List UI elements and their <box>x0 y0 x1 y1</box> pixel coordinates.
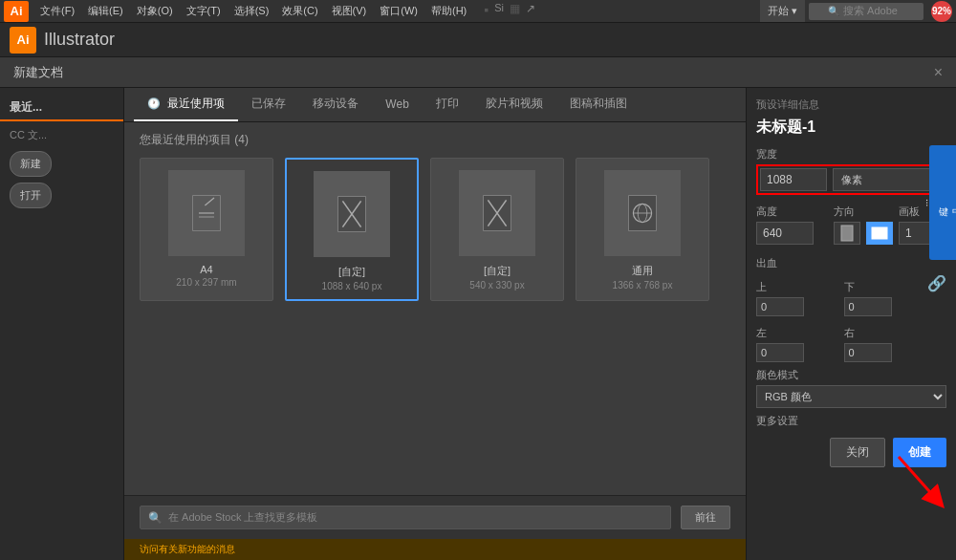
menu-window[interactable]: 窗口(W) <box>374 2 424 20</box>
card-name-custom1: [自定] <box>338 265 365 279</box>
width-input[interactable] <box>760 168 827 191</box>
tab-film[interactable]: 胶片和视频 <box>472 88 556 121</box>
orientation-row <box>834 222 893 245</box>
card-size-a4: 210 x 297 mm <box>176 277 236 288</box>
menu-bar: Ai 文件(F) 编辑(E) 对象(O) 文字(T) 选择(S) 效果(C) 视… <box>0 0 956 23</box>
svg-rect-14 <box>841 226 853 241</box>
tab-saved[interactable]: 已保存 <box>238 88 299 121</box>
tab-print[interactable]: 打印 <box>423 88 472 121</box>
sidebar-header: 最近... <box>0 96 123 121</box>
recent-title: 您最近使用的项目 (4) <box>140 132 730 148</box>
card-name-custom2: [自定] <box>484 264 511 278</box>
center-panel: 🕐 最近使用项 已保存 移动设备 Web 打印 胶片和视频 图稿和插图 <box>124 88 746 560</box>
bleed-grid: 上 下 左 <box>756 274 923 362</box>
card-size-general: 1366 x 768 px <box>613 280 673 291</box>
card-size-custom1: 1088 x 640 px <box>322 281 382 291</box>
menu-view[interactable]: 视图(V) <box>326 2 373 20</box>
start-button[interactable]: 开始 ▾ <box>760 0 805 22</box>
bleed-right-input[interactable] <box>844 343 892 362</box>
menu-items: 文件(F) 编辑(E) 对象(O) 文字(T) 选择(S) 效果(C) 视图(V… <box>34 2 535 20</box>
bleed-top: 上 <box>756 274 836 316</box>
cloud-icon: Si <box>494 2 504 20</box>
menu-object[interactable]: 对象(O) <box>131 2 179 20</box>
direction-label: 方向 <box>834 205 893 219</box>
search-placeholder: 在 Adobe Stock 上查找更多模板 <box>168 510 318 525</box>
tab-bar: 🕐 最近使用项 已保存 移动设备 Web 打印 胶片和视频 图稿和插图 <box>124 88 746 122</box>
close-button[interactable]: 关闭 <box>830 438 885 467</box>
create-button[interactable]: 创建 <box>893 438 946 467</box>
new-button[interactable]: 新建 <box>10 151 52 177</box>
open-button[interactable]: 打开 <box>10 183 52 208</box>
card-name-general: 通用 <box>632 264 653 278</box>
width-label: 宽度 <box>756 147 946 162</box>
cn-shortcut-overlay[interactable]: 中键... <box>929 145 956 260</box>
app-logo: Ai <box>10 27 36 54</box>
doc-title-bar: 新建文档 × <box>0 57 956 88</box>
menu-select[interactable]: 选择(S) <box>228 2 275 20</box>
more-settings-link[interactable]: 更多设置 <box>756 414 946 428</box>
app-title-bar: Ai Illustrator <box>0 23 956 57</box>
bleed-bottom: 下 <box>844 274 924 316</box>
search-icon: 🔍 <box>148 511 163 525</box>
menu-text[interactable]: 文字(T) <box>181 2 227 20</box>
tab-art[interactable]: 图稿和插图 <box>556 88 641 121</box>
notice-bar: 访问有关新功能的消息 <box>124 539 746 560</box>
battery-badge: 92% <box>931 1 952 22</box>
main-content: 最近... CC 文... 新建 打开 🕐 最近使用项 已保存 移动设备 Web… <box>0 88 956 560</box>
dialog-close-icon[interactable]: × <box>934 64 943 81</box>
separator-icon: ▪ <box>484 2 489 20</box>
menu-right: 开始 ▾ 🔍 搜索 Adobe 92% <box>760 0 956 22</box>
clock-icon: 🕐 <box>147 97 161 109</box>
menu-file[interactable]: 文件(F) <box>34 2 80 20</box>
width-row: 像素 毫米 厘米 英寸 <box>756 164 946 195</box>
arrow-icon: ↗ <box>526 2 535 20</box>
ai-logo-small: Ai <box>4 1 29 22</box>
app-name: Illustrator <box>44 30 115 50</box>
template-card-custom2[interactable]: [自定] 540 x 330 px <box>430 158 564 301</box>
tab-mobile[interactable]: 移动设备 <box>299 88 372 121</box>
bleed-left: 左 <box>756 320 836 362</box>
card-size-custom2: 540 x 330 px <box>469 280 524 291</box>
menu-help[interactable]: 帮助(H) <box>425 2 472 20</box>
bottom-buttons: 关闭 创建 <box>756 438 946 467</box>
doc-name[interactable]: 未标题-1 <box>756 118 946 138</box>
template-grid: A4 210 x 297 mm [自定] 1088 x 640 px <box>140 158 730 301</box>
right-panel: 预设详细信息 未标题-1 宽度 像素 毫米 厘米 英寸 高度 方向 <box>746 88 956 560</box>
sidebar-sub: CC 文... <box>0 125 123 145</box>
search-area: 🔍 在 Adobe Stock 上查找更多模板 前往 <box>124 495 746 539</box>
template-card-a4[interactable]: A4 210 x 297 mm <box>140 158 273 301</box>
menu-edit[interactable]: 编辑(E) <box>82 2 129 20</box>
color-mode-select[interactable]: RGB 颜色 CMYK 颜色 <box>756 385 946 408</box>
bleed-top-input[interactable] <box>756 297 804 316</box>
bleed-left-input[interactable] <box>756 343 804 362</box>
portrait-button[interactable] <box>834 222 860 245</box>
menu-effect[interactable]: 效果(C) <box>276 2 323 20</box>
bleed-right: 右 <box>844 320 924 362</box>
landscape-button[interactable] <box>866 222 893 245</box>
search-wrapper[interactable]: 🔍 在 Adobe Stock 上查找更多模板 <box>140 506 671 529</box>
bleed-label: 出血 <box>756 256 946 270</box>
left-sidebar: 最近... CC 文... 新建 打开 <box>0 88 124 560</box>
card-icon-a4 <box>168 170 245 256</box>
color-mode-label: 颜色模式 <box>756 368 946 382</box>
unit-select[interactable]: 像素 毫米 厘米 英寸 <box>833 168 943 191</box>
tab-recent[interactable]: 🕐 最近使用项 <box>134 88 238 121</box>
height-label: 高度 <box>756 205 828 219</box>
prev-button[interactable]: 前往 <box>681 506 730 529</box>
tab-web[interactable]: Web <box>372 90 422 120</box>
bleed-bottom-input[interactable] <box>844 297 892 316</box>
dialog-title: 新建文档 <box>13 64 934 81</box>
link-icon[interactable]: 🔗 <box>927 274 946 292</box>
preset-details-label: 预设详细信息 <box>756 97 946 112</box>
template-card-general[interactable]: 通用 1366 x 768 px <box>576 158 709 301</box>
recent-area: 您最近使用的项目 (4) A4 210 x 297 mm <box>124 122 746 495</box>
card-name-a4: A4 <box>200 264 212 275</box>
svg-rect-15 <box>872 227 887 239</box>
template-card-custom1[interactable]: [自定] 1088 x 640 px <box>285 158 419 301</box>
height-input[interactable] <box>756 222 814 245</box>
grid-icon: ▦ <box>510 2 520 20</box>
card-icon-custom1 <box>314 171 390 257</box>
card-icon-custom2 <box>459 170 535 256</box>
top-search[interactable]: 🔍 搜索 Adobe <box>809 3 923 20</box>
card-icon-general <box>604 170 681 256</box>
